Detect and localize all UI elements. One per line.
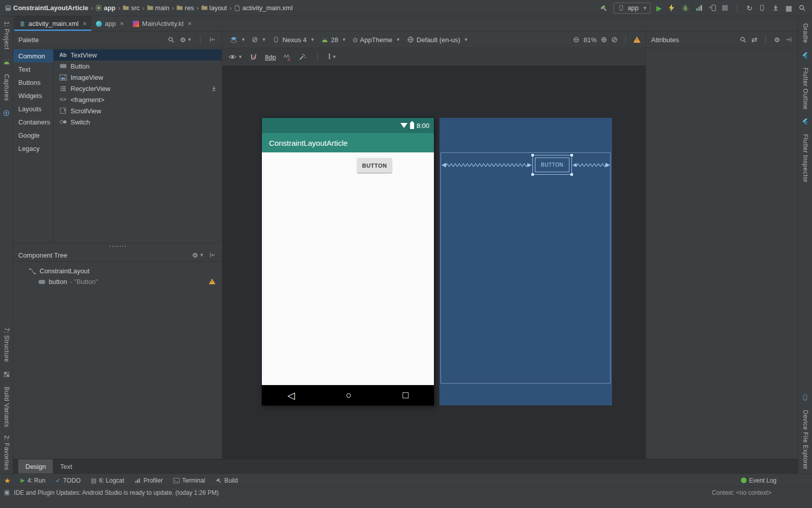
orientation-select[interactable]: ⊘ ▼ [250,35,268,44]
toolwindow-flutter-inspector-button[interactable]: Flutter Inspector [802,134,809,182]
toolwindow-structure-button[interactable]: 7: Structure [3,328,10,362]
palette-settings-button[interactable]: ⚙▼ [180,37,192,43]
toolwindow-device-file-explorer-button[interactable]: Device File Explorer [802,410,809,469]
palette-category-common[interactable]: Common [13,49,53,62]
toolwindow-todo-button[interactable]: ✓ TODO [55,477,81,484]
resize-handle[interactable] [531,154,534,156]
palette-category-widgets[interactable]: Widgets [13,89,53,102]
breadcrumb-project[interactable]: ConstraintLayoutArticle [13,4,88,12]
close-tab-icon[interactable]: × [83,20,87,27]
build-hammer-icon[interactable] [600,4,608,12]
palette-item-textview[interactable]: Ab TextView [54,49,222,60]
run-button[interactable]: ▶ [656,5,662,12]
sdk-manager-icon[interactable] [772,4,780,12]
toolwindow-logcat-button[interactable]: ▤ 6: Logcat [91,477,124,484]
palette-item-switch[interactable]: Switch [54,116,222,128]
guidelines-button[interactable]: I ▼ [328,53,337,61]
profiler-icon[interactable] [695,4,703,12]
resize-handle[interactable] [570,154,573,156]
toolwindow-favorites-button[interactable]: 2: Favorites [3,435,10,470]
clear-constraints-icon[interactable] [283,53,291,61]
palette-category-buttons[interactable]: Buttons [13,76,53,89]
palette-category-layouts[interactable]: Layouts [13,102,53,115]
palette-category-containers[interactable]: Containers [13,115,53,129]
toolwindow-captures-button[interactable]: Captures [3,74,10,101]
lint-warning-icon[interactable] [633,37,640,43]
search-icon[interactable] [739,36,747,44]
tab-activity-main-xml[interactable]: activity_main.xml × [14,16,91,31]
toolwindow-run-button[interactable]: ▶ 4: Run [21,477,46,484]
tree-item-button[interactable]: button - "Button" [13,276,222,287]
build-variants-icon[interactable] [3,370,11,378]
palette-item-scrollview[interactable]: ScrollView [54,105,222,116]
zoom-fit-button[interactable]: ⊘ [611,35,618,44]
design-surface-select[interactable]: ▼ [227,36,248,44]
gear-icon[interactable]: ⚙ [774,37,780,43]
api-level-select[interactable]: 28 ▼ [319,36,348,44]
zoom-out-button[interactable]: ⊖ [573,35,580,44]
breadcrumb-layout[interactable]: layout [210,4,227,12]
breadcrumb-file[interactable]: activity_main.xml [243,4,293,12]
toolwindow-flutter-outline-button[interactable]: Flutter Outline [802,68,809,110]
toolwindow-build-variants-button[interactable]: Build Variants [3,387,10,427]
debug-bug-icon[interactable] [681,4,689,12]
palette-item-button[interactable]: Button [54,60,222,72]
palette-item-imageview[interactable]: ImageView [54,72,222,83]
tree-settings-button[interactable]: ⚙▼ [192,252,204,259]
preview-button-widget[interactable]: BUTTON [357,158,392,173]
tab-text[interactable]: Text [53,459,79,473]
apply-changes-icon[interactable] [667,4,675,12]
design-canvas[interactable]: 8:00 ConstraintLayoutArticle BUTTON ◁ ○ … [222,66,646,459]
toolwindow-gradle-button[interactable]: Gradle [802,23,809,43]
palette-category-legacy[interactable]: Legacy [13,142,53,155]
resize-handle[interactable] [570,173,573,176]
panel-splitter[interactable] [13,243,222,249]
zoom-in-button[interactable]: ⊕ [601,35,607,44]
run-configuration-select[interactable]: app ▼ [614,3,651,14]
search-icon[interactable] [167,36,175,44]
blueprint-button-widget[interactable]: BUTTON [532,155,572,175]
breadcrumb-src[interactable]: src [131,4,140,12]
hide-panel-icon[interactable] [785,36,793,44]
toolwindow-event-log-button[interactable]: Event Log [741,477,776,484]
locale-select[interactable]: Default (en-us) ▼ [404,36,470,44]
theme-select[interactable]: ⊙ AppTheme ▼ [350,36,402,44]
breadcrumb-main[interactable]: main [155,4,170,12]
avd-manager-icon[interactable] [758,4,766,12]
tab-design[interactable]: Design [18,459,53,473]
layout-inspector-icon[interactable]: ▦ [786,5,792,12]
toolwindow-build-button[interactable]: Build [215,477,238,484]
device-file-explorer-icon[interactable] [801,394,809,402]
toolwindow-profiler-button[interactable]: Profiler [134,477,163,484]
palette-category-text[interactable]: Text [13,62,53,76]
view-options-button[interactable]: ▼ [228,53,243,61]
warning-icon[interactable] [209,279,216,284]
sync-gradle-icon[interactable]: ↻ [747,5,753,12]
autoconnect-off-icon[interactable] [250,53,258,61]
notification-icon[interactable]: ▣ [4,489,10,495]
toolwindow-project-button[interactable]: 1: Project [3,21,10,50]
tree-item-constraintlayout[interactable]: ConstraintLayout [13,266,222,276]
breadcrumb-module[interactable]: app [104,4,115,12]
palette-category-google[interactable]: Google [13,129,53,142]
download-icon[interactable] [210,84,218,92]
palette-item-recyclerview[interactable]: RecyclerView [54,83,222,94]
breadcrumb-res[interactable]: res [185,4,194,12]
captures-target-icon[interactable] [3,109,11,117]
flutter-outline-icon[interactable] [801,51,809,59]
hide-panel-icon[interactable] [209,36,217,44]
hide-panel-icon[interactable] [209,251,217,259]
tab-mainactivity-kt[interactable]: MainActivity.kt × [128,16,196,31]
favorites-star-icon[interactable]: ★ [4,477,11,485]
infer-constraints-icon[interactable] [298,53,307,61]
resize-handle[interactable] [531,173,534,176]
flutter-inspector-icon[interactable] [801,118,809,126]
toolwindow-terminal-button[interactable]: Terminal [173,477,205,484]
palette-item-fragment[interactable]: <> <fragment> [54,94,222,105]
android-monitor-icon[interactable] [3,58,11,66]
search-everywhere-icon[interactable] [798,4,806,12]
device-select[interactable]: Nexus 4 ▼ [270,36,317,44]
tab-app[interactable]: app × [91,16,128,31]
close-tab-icon[interactable]: × [188,20,192,27]
attach-debugger-icon[interactable] [708,4,717,12]
